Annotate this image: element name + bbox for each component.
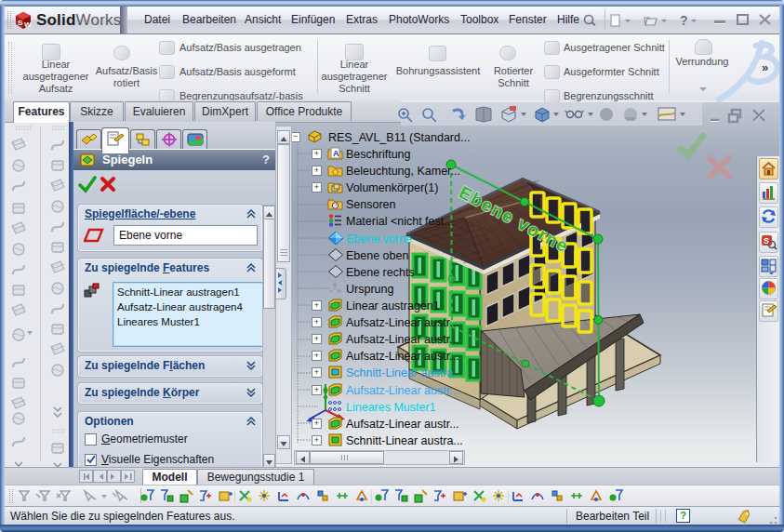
svg-text:A: A [333,149,339,158]
svg-text:?: ? [680,14,688,28]
svg-text:W: W [24,20,32,29]
svg-text:S: S [18,19,23,27]
